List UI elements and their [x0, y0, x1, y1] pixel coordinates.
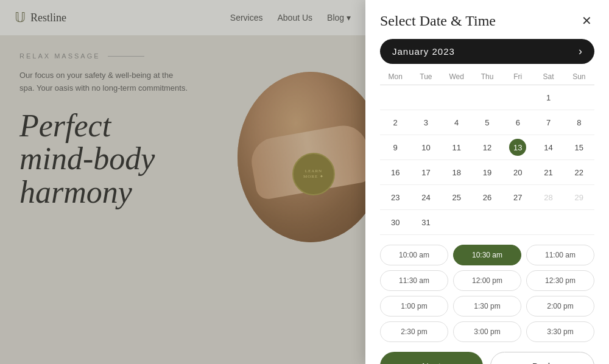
time-slot-button[interactable]: 1:00 pm	[380, 296, 448, 317]
day-number: 16	[387, 164, 404, 181]
day-number: 21	[540, 164, 557, 181]
modal-title: Select Date & Time	[380, 13, 496, 29]
calendar-next-button[interactable]: ›	[579, 45, 582, 58]
calendar-day-cell[interactable]: 9	[380, 135, 410, 160]
day-number: 11	[448, 139, 465, 156]
calendar-day-cell[interactable]: 17	[410, 160, 441, 185]
time-slot-button[interactable]: 12:00 pm	[453, 270, 521, 291]
calendar-day-cell[interactable]: 6	[502, 110, 533, 135]
time-slot-button[interactable]: 3:30 pm	[526, 321, 594, 342]
calendar-day-cell[interactable]: 26	[472, 185, 502, 210]
day-number: 18	[448, 164, 465, 181]
calendar-week-row: 2345678	[380, 110, 594, 135]
calendar-container: January 2023 › Mon Tue Wed Thu Fri Sat S…	[380, 39, 594, 235]
time-slot-button[interactable]: 10:30 am	[453, 245, 521, 265]
calendar-day-cell[interactable]: 27	[502, 185, 533, 210]
calendar-week-row: 3031	[380, 210, 594, 235]
calendar-day-cell[interactable]: 4	[442, 110, 472, 135]
time-slot-button[interactable]: 11:00 am	[526, 245, 594, 265]
calendar-day-cell[interactable]: 15	[564, 135, 594, 160]
day-number: 20	[509, 164, 526, 181]
calendar-day-cell[interactable]: 21	[533, 160, 563, 185]
calendar-day-cell[interactable]: 23	[380, 185, 410, 210]
calendar-day-cell[interactable]: 12	[472, 135, 502, 160]
next-button[interactable]: Next	[380, 352, 483, 364]
calendar-grid: Mon Tue Wed Thu Fri Sat Sun 123456789101…	[380, 69, 594, 235]
calendar-day-cell[interactable]: 13	[502, 135, 533, 160]
close-button[interactable]: ✕	[579, 12, 594, 29]
day-number: 19	[479, 164, 496, 181]
calendar-month-label: January 2023	[392, 46, 455, 57]
day-number: 31	[417, 214, 434, 231]
calendar-day-cell[interactable]: 20	[502, 160, 533, 185]
calendar-day-cell	[502, 210, 533, 235]
calendar-week-row: 23242526272829	[380, 185, 594, 210]
calendar-day-cell[interactable]: 2	[380, 110, 410, 135]
day-number: 1	[540, 89, 557, 106]
day-number: 5	[479, 114, 496, 131]
calendar-day-cell[interactable]: 31	[410, 210, 441, 235]
calendar-day-cell[interactable]: 22	[564, 160, 594, 185]
calendar-day-cell[interactable]: 10	[410, 135, 441, 160]
calendar-day-cell[interactable]: 28	[533, 185, 563, 210]
calendar-day-cell	[380, 85, 410, 110]
calendar-day-cell	[502, 85, 533, 110]
time-slot-button[interactable]: 10:00 am	[380, 245, 448, 265]
calendar-day-cell	[472, 210, 502, 235]
day-number: 24	[417, 189, 434, 206]
day-number: 23	[387, 189, 404, 206]
modal-footer: Next Back	[380, 352, 594, 364]
calendar-day-cell[interactable]: 30	[380, 210, 410, 235]
calendar-day-cell[interactable]: 8	[564, 110, 594, 135]
day-number: 6	[509, 114, 526, 131]
time-slot-button[interactable]: 12:30 pm	[526, 270, 594, 291]
time-slots-container: 10:00 am10:30 am11:00 am11:30 am12:00 pm…	[380, 245, 594, 342]
day-number: 8	[571, 114, 588, 131]
day-number: 22	[571, 164, 588, 181]
day-number: 10	[417, 139, 434, 156]
day-number: 3	[417, 114, 434, 131]
day-number: 17	[417, 164, 434, 181]
time-slot-button[interactable]: 3:00 pm	[453, 321, 521, 342]
calendar-day-cell[interactable]: 14	[533, 135, 563, 160]
day-number: 12	[479, 139, 496, 156]
time-slot-button[interactable]: 2:30 pm	[380, 321, 448, 342]
calendar-day-cell	[410, 85, 441, 110]
day-number: 13	[509, 139, 526, 156]
calendar-day-cell[interactable]: 11	[442, 135, 472, 160]
calendar-day-cell[interactable]: 1	[533, 85, 563, 110]
calendar-day-cell	[442, 210, 472, 235]
calendar-day-cell[interactable]: 18	[442, 160, 472, 185]
modal-panel: Select Date & Time ✕ January 2023 › Mon …	[365, 0, 609, 364]
weekday-wed: Wed	[442, 69, 472, 85]
day-number: 15	[571, 139, 588, 156]
modal-header: Select Date & Time ✕	[380, 12, 594, 29]
calendar-day-cell[interactable]: 29	[564, 185, 594, 210]
day-number: 4	[448, 114, 465, 131]
calendar-day-cell[interactable]: 25	[442, 185, 472, 210]
time-slot-button[interactable]: 2:00 pm	[526, 296, 594, 317]
day-number: 26	[479, 189, 496, 206]
back-button[interactable]: Back	[490, 352, 594, 364]
calendar-day-cell[interactable]: 19	[472, 160, 502, 185]
calendar-week-row: 16171819202122	[380, 160, 594, 185]
weekday-mon: Mon	[380, 69, 410, 85]
time-slot-button[interactable]: 1:30 pm	[453, 296, 521, 317]
day-number: 2	[387, 114, 404, 131]
time-slot-button[interactable]: 11:30 am	[380, 270, 448, 291]
day-number: 25	[448, 189, 465, 206]
calendar-day-cell	[472, 85, 502, 110]
calendar-day-cell[interactable]: 3	[410, 110, 441, 135]
weekday-tue: Tue	[410, 69, 441, 85]
day-number: 27	[509, 189, 526, 206]
weekday-fri: Fri	[502, 69, 533, 85]
calendar-header: January 2023 ›	[380, 39, 594, 64]
day-number: 9	[387, 139, 404, 156]
overlay	[0, 0, 365, 364]
day-number: 14	[540, 139, 557, 156]
calendar-day-cell[interactable]: 24	[410, 185, 441, 210]
calendar-day-cell[interactable]: 5	[472, 110, 502, 135]
day-number: 30	[387, 214, 404, 231]
calendar-day-cell[interactable]: 7	[533, 110, 563, 135]
calendar-day-cell[interactable]: 16	[380, 160, 410, 185]
